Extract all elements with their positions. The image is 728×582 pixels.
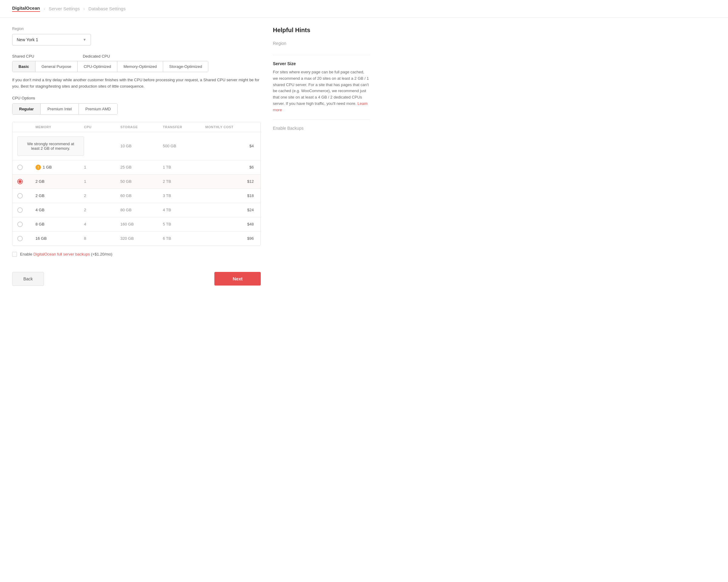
back-button[interactable]: Back (12, 272, 44, 286)
transfer-2gb-1cpu: 2 TB (163, 179, 205, 184)
table-row[interactable]: 4 GB 2 80 GB 4 TB $24 (12, 203, 260, 217)
col-header-cpu: CPU (84, 125, 120, 129)
right-panel: Helpful Hints Region Server Size For sit… (273, 27, 370, 292)
table-header-row: MEMORY CPU STORAGE TRANSFER MONTHLY COST (12, 122, 260, 132)
tab-storage-optimized[interactable]: Storage-Optimized (163, 61, 208, 72)
transfer-2gb-2cpu: 3 TB (163, 193, 205, 198)
tab-premium-amd[interactable]: Premium AMD (79, 104, 118, 114)
cpu-4gb: 2 (84, 208, 120, 212)
radio-8gb[interactable] (17, 221, 23, 227)
region-label: Region (12, 27, 261, 31)
chevron-down-icon: ▼ (83, 37, 86, 42)
cpu-1gb: 1 (84, 165, 120, 169)
tab-premium-intel[interactable]: Premium Intel (41, 104, 79, 114)
table-row[interactable]: 16 GB 8 320 GB 6 TB $96 (12, 231, 260, 245)
cpu-type-tabs: Basic General Purpose CPU-Optimized Memo… (12, 61, 208, 72)
warning-transfer: 500 GB (163, 144, 205, 148)
warning-cost: $4 (205, 144, 254, 148)
col-header-cost: MONTHLY COST (205, 125, 254, 129)
breadcrumb-bar: DigitalOcean › Server Settings › Databas… (0, 0, 728, 18)
memory-16gb: 16 GB (35, 236, 84, 241)
hint-server-size-text: For sites where every page can be full p… (273, 69, 370, 113)
hint-backups-title: Enable Backups (273, 126, 370, 131)
storage-1gb: 25 GB (120, 165, 163, 169)
shared-cpu-label: Shared CPU (12, 54, 34, 58)
backup-checkbox[interactable] (12, 252, 17, 257)
backup-row: Enable DigitalOcean full server backups … (12, 252, 261, 257)
transfer-1gb: 1 TB (163, 165, 205, 169)
cpu-options-label: CPU Options (12, 96, 261, 100)
warning-storage: 10 GB (120, 144, 163, 148)
left-panel: Region New York 1 ▼ Shared CPU Dedicated… (12, 27, 261, 292)
button-row: Back Next (12, 266, 261, 292)
breadcrumb-sep-1: › (44, 6, 45, 11)
memory-table: MEMORY CPU STORAGE TRANSFER MONTHLY COST… (12, 122, 261, 246)
breadcrumb-sep-2: › (83, 6, 85, 11)
transfer-8gb: 5 TB (163, 222, 205, 227)
hint-region: Region (273, 41, 370, 55)
col-header-transfer: TRANSFER (163, 125, 205, 129)
backup-highlight: DigitalOcean full server backups (33, 252, 90, 257)
breadcrumb-digitalocean[interactable]: DigitalOcean (12, 5, 40, 12)
radio-4gb[interactable] (17, 207, 23, 213)
hint-backups: Enable Backups (273, 126, 370, 140)
table-row[interactable]: 8 GB 4 160 GB 5 TB $48 (12, 217, 260, 231)
col-header-storage: STORAGE (120, 125, 163, 129)
radio-1gb[interactable] (17, 165, 23, 170)
table-row[interactable]: 2 GB 1 50 GB 2 TB $12 (12, 174, 260, 189)
storage-8gb: 160 GB (120, 222, 163, 227)
transfer-4gb: 4 TB (163, 208, 205, 212)
storage-4gb: 80 GB (120, 208, 163, 212)
tab-memory-optimized[interactable]: Memory-Optimized (118, 61, 163, 72)
tab-general-purpose[interactable]: General Purpose (35, 61, 78, 72)
learn-more-link[interactable]: Learn more (273, 101, 367, 112)
warning-icon-1gb: ! (35, 165, 41, 170)
table-warning-row: We strongly recommend at least 2 GB of m… (12, 132, 260, 160)
memory-8gb: 8 GB (35, 222, 84, 227)
breadcrumb-database-settings[interactable]: Database Settings (88, 6, 126, 11)
cpu-group-header: Shared CPU Dedicated CPU (12, 54, 261, 58)
hints-title: Helpful Hints (273, 27, 370, 34)
region-selected-value: New York 1 (17, 37, 38, 42)
cpu-option-tabs: Regular Premium Intel Premium AMD (12, 103, 118, 114)
cpu-description: If you don't mind a tiny delay while ano… (12, 77, 261, 90)
cost-8gb: $48 (205, 222, 254, 227)
col-header-radio (17, 125, 35, 129)
cpu-8gb: 4 (84, 222, 120, 227)
storage-2gb-1cpu: 50 GB (120, 179, 163, 184)
hint-server-size: Server Size For sites where every page c… (273, 61, 370, 120)
memory-4gb: 4 GB (35, 208, 84, 212)
radio-2gb-1cpu[interactable] (17, 179, 23, 184)
hint-server-size-title: Server Size (273, 61, 370, 66)
cpu-2gb-2cpu: 2 (84, 193, 120, 198)
memory-1gb: !1 GB (35, 165, 84, 170)
memory-2gb-2cpu: 2 GB (35, 193, 84, 198)
tab-basic[interactable]: Basic (12, 61, 35, 72)
backup-label: Enable DigitalOcean full server backups … (20, 252, 112, 257)
cpu-2gb-1cpu: 1 (84, 179, 120, 184)
cpu-16gb: 8 (84, 236, 120, 241)
region-dropdown[interactable]: New York 1 ▼ (12, 34, 91, 46)
breadcrumb-server-settings[interactable]: Server Settings (49, 6, 80, 11)
table-row[interactable]: !1 GB 1 25 GB 1 TB $6 (12, 160, 260, 174)
cost-4gb: $24 (205, 208, 254, 212)
cost-1gb: $6 (205, 165, 254, 169)
warning-box: We strongly recommend at least 2 GB of m… (17, 136, 84, 156)
memory-2gb-1cpu: 2 GB (35, 179, 84, 184)
table-row[interactable]: 2 GB 2 60 GB 3 TB $18 (12, 189, 260, 203)
cost-2gb-2cpu: $18 (205, 193, 254, 198)
transfer-16gb: 6 TB (163, 236, 205, 241)
cost-2gb-1cpu: $12 (205, 179, 254, 184)
col-header-memory: MEMORY (35, 125, 84, 129)
dedicated-cpu-label: Dedicated CPU (83, 54, 110, 58)
radio-2gb-2cpu[interactable] (17, 193, 23, 199)
radio-16gb[interactable] (17, 236, 23, 241)
storage-2gb-2cpu: 60 GB (120, 193, 163, 198)
tab-regular[interactable]: Regular (12, 104, 41, 114)
tab-cpu-optimized[interactable]: CPU-Optimized (78, 61, 118, 72)
storage-16gb: 320 GB (120, 236, 163, 241)
cost-16gb: $96 (205, 236, 254, 241)
next-button[interactable]: Next (214, 272, 261, 286)
hint-region-title: Region (273, 41, 370, 46)
